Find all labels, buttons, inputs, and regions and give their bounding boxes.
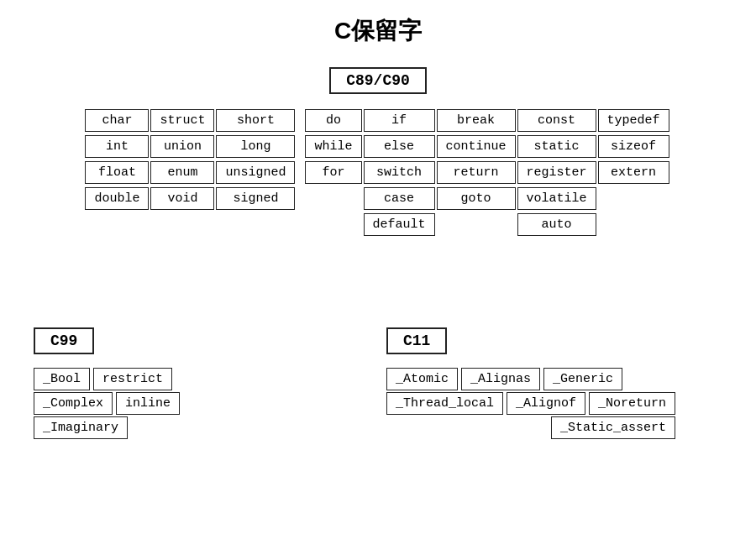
page-title: C保留字 bbox=[0, 0, 756, 55]
c99-section: C99 _Bool restrict _Complex inline _Imag… bbox=[34, 327, 180, 439]
kw-complex: _Complex bbox=[34, 392, 113, 415]
c89-grid: char int float double struct union enum … bbox=[85, 109, 670, 238]
c99-label-row: C99 bbox=[34, 327, 180, 354]
c99-row3: _Imaginary bbox=[34, 416, 180, 439]
c11-label: C11 bbox=[386, 327, 447, 354]
kw-long: long bbox=[216, 135, 295, 158]
kw-alignas: _Alignas bbox=[461, 368, 540, 390]
kw-void: void bbox=[150, 187, 214, 210]
kw-signed: signed bbox=[216, 187, 295, 210]
kw-atomic: _Atomic bbox=[386, 368, 458, 390]
c89-col7: const static register volatile auto bbox=[517, 109, 596, 238]
c11-row3: _Static_assert bbox=[386, 416, 675, 439]
c89-col5: if else switch case default bbox=[364, 109, 435, 238]
kw-continue: continue bbox=[437, 135, 516, 158]
kw-enum: enum bbox=[150, 161, 214, 184]
c89-label: C89/C90 bbox=[329, 67, 427, 94]
c89-section: C89/C90 char int float double struct uni… bbox=[0, 67, 756, 238]
kw-static-assert: _Static_assert bbox=[551, 416, 675, 439]
kw-inline: inline bbox=[116, 392, 180, 415]
c11-row2: _Thread_local _Alignof _Noreturn bbox=[386, 392, 675, 415]
kw-switch: switch bbox=[364, 161, 435, 184]
kw-static: static bbox=[517, 135, 596, 158]
c11-section: C11 _Atomic _Alignas _Generic _Thread_lo… bbox=[386, 327, 675, 439]
c89-label-row: C89/C90 bbox=[329, 67, 427, 94]
kw-noreturn: _Noreturn bbox=[589, 392, 675, 415]
kw-auto: auto bbox=[517, 213, 596, 236]
c11-label-row: C11 bbox=[386, 327, 675, 354]
kw-struct: struct bbox=[150, 109, 214, 132]
kw-register: register bbox=[517, 161, 596, 184]
kw-restrict: restrict bbox=[93, 368, 172, 390]
kw-thread-local: _Thread_local bbox=[386, 392, 503, 415]
c99-grid: _Bool restrict _Complex inline _Imaginar… bbox=[34, 368, 180, 439]
kw-case: case bbox=[364, 187, 435, 210]
c99-row1: _Bool restrict bbox=[34, 368, 180, 390]
kw-short: short bbox=[216, 109, 295, 132]
kw-int: int bbox=[85, 135, 149, 158]
kw-extern: extern bbox=[598, 161, 669, 184]
kw-typedef: typedef bbox=[598, 109, 669, 132]
kw-else: else bbox=[364, 135, 435, 158]
c89-col3: short long unsigned signed bbox=[216, 109, 295, 212]
kw-break: break bbox=[437, 109, 516, 132]
c99-label: C99 bbox=[34, 327, 94, 354]
kw-for: for bbox=[305, 161, 361, 184]
kw-union: union bbox=[150, 135, 214, 158]
kw-if: if bbox=[364, 109, 435, 132]
kw-goto: goto bbox=[437, 187, 516, 210]
c11-row1: _Atomic _Alignas _Generic bbox=[386, 368, 675, 390]
kw-sizeof: sizeof bbox=[598, 135, 669, 158]
c89-col8: typedef sizeof extern bbox=[598, 109, 669, 186]
kw-alignof: _Alignof bbox=[507, 392, 585, 415]
c11-grid: _Atomic _Alignas _Generic _Thread_local … bbox=[386, 368, 675, 439]
kw-volatile: volatile bbox=[517, 187, 596, 210]
kw-generic: _Generic bbox=[543, 368, 622, 390]
kw-unsigned: unsigned bbox=[216, 161, 295, 184]
c89-col4: do while for bbox=[305, 109, 361, 186]
kw-while: while bbox=[305, 135, 361, 158]
kw-default: default bbox=[364, 213, 435, 236]
kw-bool: _Bool bbox=[34, 368, 90, 390]
kw-return: return bbox=[437, 161, 516, 184]
c89-col2: struct union enum void bbox=[150, 109, 214, 212]
kw-float: float bbox=[85, 161, 149, 184]
c99-row2: _Complex inline bbox=[34, 392, 180, 415]
kw-double: double bbox=[85, 187, 149, 210]
c89-col6: break continue return goto bbox=[437, 109, 516, 212]
kw-imaginary: _Imaginary bbox=[34, 416, 128, 439]
c89-col1: char int float double bbox=[85, 109, 149, 212]
kw-do: do bbox=[305, 109, 361, 132]
kw-const: const bbox=[517, 109, 596, 132]
kw-char: char bbox=[85, 109, 149, 132]
